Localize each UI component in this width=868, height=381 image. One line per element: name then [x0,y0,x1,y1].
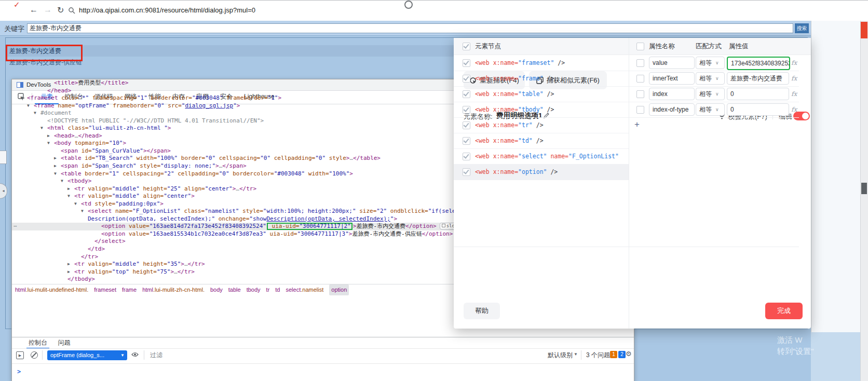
chevron-down-icon: ▼ [120,350,125,360]
live-expression-icon[interactable] [131,351,139,358]
console-prompt[interactable]: > [17,368,21,375]
node-row-option[interactable]: <web x:name="option" /> [454,164,629,180]
node-checkbox[interactable] [463,137,470,145]
fx-expression-icon[interactable]: fx [791,59,797,66]
issues-counter-label[interactable]: 3 个问题: [586,351,612,360]
favicon-icon: ✓ [13,0,20,8]
attribute-row-value: value相等∨173e452f83408392524fx [629,55,799,71]
value-header: 属性值 [729,42,749,51]
forward-button[interactable]: → [44,5,52,15]
attribute-name-input[interactable]: index [649,88,695,100]
warning-badge: 1 [610,351,617,358]
activation-watermark-line2: 转到"设置" [777,347,814,357]
back-button[interactable]: ← [30,5,38,15]
fx-expression-icon[interactable]: fx [791,90,797,98]
breadcrumb-item[interactable]: tr [266,284,270,295]
gear-icon[interactable]: ⚙ [626,350,632,358]
right-panel [811,21,868,381]
node-checkbox[interactable] [463,106,470,114]
console-sidebar-icon[interactable]: ▶ [16,351,24,359]
node-checkbox[interactable] [463,90,470,98]
match-mode-select[interactable]: 相等 [696,88,725,100]
attribute-name-input[interactable]: index-of-type [649,103,695,116]
node-row-frame[interactable]: <web x:name="frame" /> [454,71,629,87]
search-button[interactable]: 搜索 [795,23,809,33]
node-checkbox[interactable] [463,153,470,160]
attribute-value-input[interactable]: 173e452f83408392524 [727,57,790,70]
table-header: 元素节点 属性名称 匹配方式 属性值 [454,38,811,55]
match-header: 匹配方式 [696,42,722,51]
log-level-select[interactable]: 默认级别 [548,351,573,360]
attribute-value-input[interactable]: 差旅费-市内交通费 [727,72,789,85]
scrollbar[interactable] [860,21,868,381]
tab-loading-icon [404,1,413,9]
node-checkbox[interactable] [463,121,470,129]
tab-issues[interactable]: 问题 [56,337,72,348]
console-filter-input[interactable]: 过滤 [150,351,162,360]
tab-console[interactable]: 控制台 [26,337,49,349]
javascript-context-select[interactable]: optFrame (dialog_s...▼ [47,350,127,360]
attribute-checkbox[interactable] [636,59,644,67]
breadcrumb-item[interactable]: frameset [94,284,116,295]
attribute-value-input[interactable]: 0 [727,88,789,100]
done-button[interactable]: 完成 [765,303,803,319]
node-row-tbody[interactable]: <web x:name="tbody" /> [454,102,629,118]
breadcrumb-item[interactable]: tbody [247,284,261,295]
console-drawer-tabs: ⋮ 控制台 问题 [12,337,634,348]
breadcrumb-item[interactable]: select.namelist [286,284,324,295]
select-all-checkbox[interactable] [463,43,470,50]
activation-watermark-line1: 激活 W [777,335,802,345]
node-row-frameset[interactable]: <web x:name="frameset" /> [454,55,629,71]
left-edge-tab[interactable] [0,151,7,164]
node-checkbox[interactable] [463,59,470,67]
chevron-down-icon: ∨ [715,60,719,65]
toolbar-separator [144,350,144,360]
reload-button[interactable]: ↻ [57,5,64,15]
attr-name-header: 属性名称 [649,42,675,51]
toolbar-separator [42,350,43,360]
toolbar-separator [581,350,581,360]
clear-console-icon[interactable] [31,351,38,359]
attribute-name-input[interactable]: innerText [649,72,695,85]
node-checkbox[interactable] [463,75,470,83]
breadcrumb-item[interactable]: td [275,284,280,295]
attribute-row-index: index相等∨0fx [629,86,799,102]
element-editor-dialog: 元素编辑器 — × 重新捕获(F4) 捕获相似元素(F6) 元素名称: 费用明细… [454,38,811,329]
fx-expression-icon[interactable]: fx [791,106,797,113]
node-checkbox[interactable] [463,168,470,176]
url-bar[interactable]: http://oa.qipai.com.cn:9081/resource/htm… [79,6,255,14]
match-mode-select[interactable]: 相等 [696,103,725,116]
screenshot-root: ✓ ← → ↻ http://oa.qipai.com.cn:9081/reso… [0,0,868,381]
attr-select-checkbox[interactable] [636,43,644,50]
attribute-name-input[interactable]: value [649,57,695,69]
add-attribute-button[interactable]: + [634,119,640,130]
node-row-td[interactable]: <web x:name="td" /> [454,133,629,149]
keyword-input[interactable]: 差旅费-市内交通费 [27,23,793,33]
attribute-checkbox[interactable] [636,106,644,114]
scrollbar-thumb[interactable] [861,183,867,194]
breadcrumb-item[interactable]: body [210,284,223,295]
node-column-header: 元素节点 [475,42,501,51]
breadcrumb-item[interactable]: frame [122,284,137,295]
help-button[interactable]: 帮助 [464,303,500,319]
element-node-table: 元素节点 属性名称 匹配方式 属性值 <web x:name="frameset… [454,38,799,247]
attribute-checkbox[interactable] [636,75,644,83]
attribute-value-input[interactable]: 0 [727,103,789,116]
node-row-tr[interactable]: <web x:name="tr" /> [454,117,629,133]
breadcrumb-item[interactable]: html.lui-mulit-zh-cn-html. [142,284,205,295]
fx-expression-icon[interactable]: fx [791,75,797,82]
match-mode-select[interactable]: 相等 [696,72,725,85]
node-row-table[interactable]: <web x:name="table" /> [454,86,629,102]
breadcrumb-item[interactable]: option [329,284,349,295]
attribute-row-index-of-type: index-of-type相等∨0fx [629,102,799,118]
chevron-down-icon: ∨ [715,91,719,97]
scrollbar-marker [861,22,867,38]
breadcrumb-item[interactable]: html.lui-mulit-undefined-html. [15,284,88,295]
chevron-down-icon: ∨ [715,107,719,112]
node-row-select[interactable]: <web x:name="select" name="F_OptionList"… [454,148,629,165]
match-mode-select[interactable]: 相等 [696,57,725,69]
attribute-checkbox[interactable] [636,90,644,98]
toggle-knob [802,113,809,119]
breadcrumb-item[interactable]: table [228,284,241,295]
red-highlight-box [6,45,83,61]
